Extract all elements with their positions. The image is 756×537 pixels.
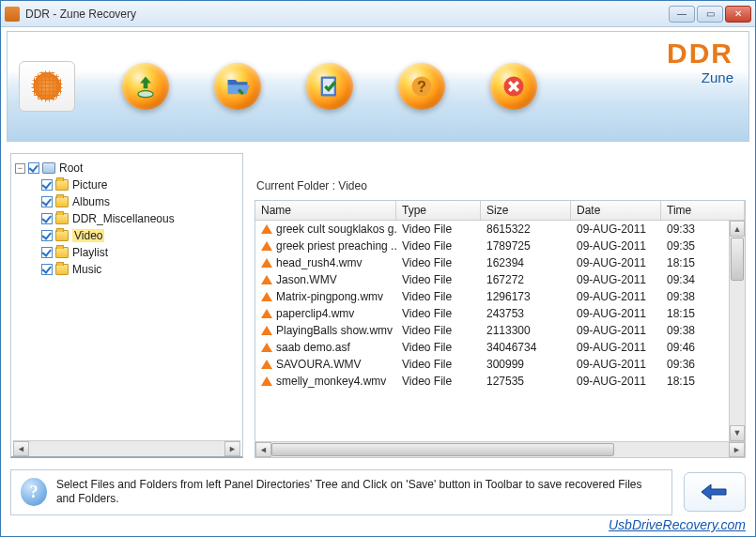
table-row[interactable]: SAVOURA.WMVVideo File30099909-AUG-201109… [255,356,729,373]
maximize-button[interactable]: ▭ [697,6,723,23]
table-row[interactable]: greek priest preaching ...Video File1789… [255,238,729,254]
cell-size: 243753 [481,307,571,320]
check-button[interactable] [306,63,353,110]
cell-type: Video File [396,256,481,269]
tree-item[interactable]: DDR_Miscellaneous [15,210,239,227]
titlebar[interactable]: DDR - Zune Recovery — ▭ ✕ [1,1,755,27]
checkbox-icon[interactable] [41,196,53,207]
back-button[interactable] [684,472,746,512]
header-band: ? DDR Zune [7,31,749,142]
col-header-name[interactable]: Name [255,201,396,220]
checkbox-icon[interactable] [41,179,53,191]
checkbox-icon[interactable] [41,213,53,224]
footer: ? Select Files and Folders from left Pan… [1,464,755,517]
scroll-right-icon[interactable]: ► [224,441,240,456]
video-file-icon [261,292,272,301]
help-button[interactable]: ? [398,63,445,110]
scroll-right-icon[interactable]: ► [729,442,745,457]
cell-type: Video File [396,375,481,388]
table-row[interactable]: head_rush4.wmvVideo File16239409-AUG-201… [255,254,729,271]
cell-size: 300999 [481,358,571,371]
cell-type: Video File [396,239,481,253]
cell-time: 09:38 [661,324,729,337]
cell-type: Video File [396,324,481,337]
grid-rows[interactable]: greek cult sougklakos g...Video File8615… [255,221,729,441]
scroll-down-icon[interactable]: ▼ [730,425,745,441]
tree-item[interactable]: Playlist [15,244,239,261]
cell-date: 09-AUG-2011 [571,375,661,388]
logo-button[interactable] [19,61,75,112]
checkbox-icon[interactable] [41,230,53,241]
tree-item[interactable]: Albums [15,193,239,210]
watermark: UsbDriveRecovery.com [1,517,755,536]
cell-type: Video File [396,290,481,303]
watermark-link[interactable]: UsbDriveRecovery.com [609,517,746,532]
tree-item[interactable]: Music [15,261,239,278]
tree-panel: − Root PictureAlbumsDDR_MiscellaneousVid… [10,153,243,458]
svg-point-0 [138,91,153,98]
tree-root[interactable]: − Root [15,160,239,176]
scroll-track[interactable] [29,441,224,456]
cell-name: Matrix-pingpong.wmv [276,290,383,303]
tree-h-scrollbar[interactable]: ◄ ► [13,440,240,456]
main-area: − Root PictureAlbumsDDR_MiscellaneousVid… [1,142,755,464]
col-header-type[interactable]: Type [396,201,481,220]
table-row[interactable]: Jason.WMVVideo File16727209-AUG-201109:3… [255,271,729,288]
content-panel: Current Folder : Video Name Type Size Da… [255,153,746,458]
current-folder-label: Current Folder : Video [256,179,746,192]
cell-size: 1296173 [481,290,571,303]
hint-box: ? Select Files and Folders from left Pan… [10,469,672,515]
folder-icon [55,179,69,191]
cell-time: 18:15 [661,256,729,269]
scroll-up-icon[interactable]: ▲ [730,221,745,237]
checkbox-icon[interactable] [41,264,53,275]
brand: DDR Zune [667,39,733,85]
cell-time: 09:35 [661,239,729,253]
checkbox-icon[interactable] [41,247,53,258]
table-row[interactable]: smelly_monkey4.wmvVideo File12753509-AUG… [255,373,729,390]
close-button[interactable]: ✕ [725,6,751,23]
tree-item-label: Albums [72,195,110,208]
grid-h-scrollbar[interactable]: ◄ ► [255,441,745,457]
open-button[interactable] [214,63,261,110]
scroll-left-icon[interactable]: ◄ [13,441,29,456]
window-controls: — ▭ ✕ [669,6,751,23]
video-file-icon [261,326,272,335]
video-file-icon [261,309,272,318]
cell-time: 09:38 [661,290,729,303]
col-header-time[interactable]: Time [661,201,745,220]
table-row[interactable]: PlayingBalls show.wmvVideo File211330009… [255,322,729,339]
cell-name: greek cult sougklakos g... [276,222,396,236]
cell-size: 127535 [481,375,571,388]
scroll-thumb[interactable] [271,443,614,456]
tree-body[interactable]: − Root PictureAlbumsDDR_MiscellaneousVid… [13,158,240,440]
video-file-icon [261,275,272,284]
app-window: DDR - Zune Recovery — ▭ ✕ ? [0,0,756,537]
scroll-left-icon[interactable]: ◄ [255,442,271,457]
grid-v-scrollbar[interactable]: ▲ ▼ [729,221,745,441]
col-header-date[interactable]: Date [571,201,661,220]
minimize-button[interactable]: — [669,6,695,23]
video-file-icon [261,224,272,234]
save-icon [132,73,159,100]
cell-date: 09-AUG-2011 [571,290,661,303]
col-header-size[interactable]: Size [481,201,571,220]
scroll-track[interactable] [730,282,745,425]
table-row[interactable]: Matrix-pingpong.wmvVideo File129617309-A… [255,288,729,305]
collapse-icon[interactable]: − [15,163,25,174]
cancel-button[interactable] [490,63,537,110]
table-row[interactable]: paperclip4.wmvVideo File24375309-AUG-201… [255,305,729,322]
table-row[interactable]: greek cult sougklakos g...Video File8615… [255,221,729,238]
cell-date: 09-AUG-2011 [571,358,661,371]
scroll-track[interactable] [271,442,729,457]
scroll-thumb[interactable] [731,238,744,281]
checkbox-icon[interactable] [28,162,39,174]
save-button[interactable] [122,63,169,110]
tree-item[interactable]: Video [15,227,239,244]
cell-size: 1789725 [481,239,571,253]
grid-header: Name Type Size Date Time [255,201,745,221]
table-row[interactable]: saab demo.asfVideo File3404673409-AUG-20… [255,339,729,356]
tree-item-label: Playlist [72,246,108,259]
cell-date: 09-AUG-2011 [571,256,661,269]
tree-item[interactable]: Picture [15,176,239,193]
